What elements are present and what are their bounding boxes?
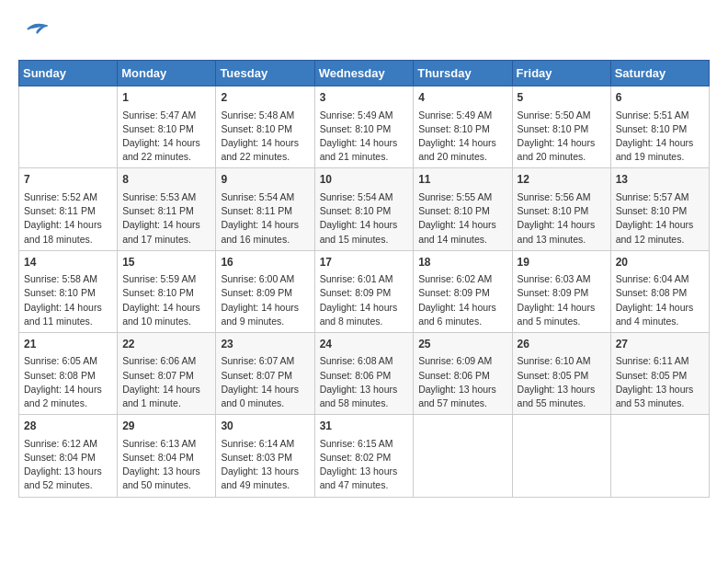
calendar-cell: 6Sunrise: 5:51 AM Sunset: 8:10 PM Daylig… <box>610 86 709 168</box>
day-info: Sunrise: 5:56 AM Sunset: 8:10 PM Dayligh… <box>518 190 606 247</box>
day-info: Sunrise: 6:14 AM Sunset: 8:03 PM Dayligh… <box>221 437 309 493</box>
page-header <box>18 18 710 51</box>
calendar-cell: 12Sunrise: 5:56 AM Sunset: 8:10 PM Dayli… <box>512 168 610 250</box>
day-number: 21 <box>24 337 112 352</box>
day-number: 25 <box>418 337 506 352</box>
calendar-cell: 13Sunrise: 5:57 AM Sunset: 8:10 PM Dayli… <box>610 168 709 250</box>
day-info: Sunrise: 5:51 AM Sunset: 8:10 PM Dayligh… <box>616 109 704 165</box>
calendar-cell: 30Sunrise: 6:14 AM Sunset: 8:03 PM Dayli… <box>216 415 314 497</box>
calendar-cell: 11Sunrise: 5:55 AM Sunset: 8:10 PM Dayli… <box>414 168 512 250</box>
day-info: Sunrise: 5:54 AM Sunset: 8:11 PM Dayligh… <box>221 190 309 247</box>
day-info: Sunrise: 5:59 AM Sunset: 8:10 PM Dayligh… <box>122 272 210 328</box>
day-header-thursday: Thursday <box>414 61 512 86</box>
week-row-1: 1Sunrise: 5:47 AM Sunset: 8:10 PM Daylig… <box>19 86 710 168</box>
calendar-cell: 25Sunrise: 6:09 AM Sunset: 8:06 PM Dayli… <box>414 332 512 414</box>
day-info: Sunrise: 5:58 AM Sunset: 8:10 PM Dayligh… <box>24 272 112 328</box>
calendar-cell: 20Sunrise: 6:04 AM Sunset: 8:08 PM Dayli… <box>610 250 709 332</box>
day-info: Sunrise: 6:06 AM Sunset: 8:07 PM Dayligh… <box>122 354 210 410</box>
day-number: 22 <box>122 337 210 352</box>
day-number: 16 <box>221 255 309 270</box>
day-header-tuesday: Tuesday <box>216 61 314 86</box>
day-info: Sunrise: 5:53 AM Sunset: 8:11 PM Dayligh… <box>122 190 210 247</box>
day-number: 15 <box>122 255 210 270</box>
logo-text <box>18 18 48 51</box>
day-info: Sunrise: 5:50 AM Sunset: 8:10 PM Dayligh… <box>518 109 606 165</box>
day-info: Sunrise: 6:01 AM Sunset: 8:09 PM Dayligh… <box>320 272 409 328</box>
calendar-cell: 23Sunrise: 6:07 AM Sunset: 8:07 PM Dayli… <box>216 332 314 414</box>
day-number: 27 <box>616 337 704 352</box>
calendar-cell <box>19 86 118 168</box>
logo <box>18 18 48 51</box>
calendar-cell: 26Sunrise: 6:10 AM Sunset: 8:05 PM Dayli… <box>512 332 610 414</box>
calendar-cell <box>512 415 610 497</box>
day-info: Sunrise: 6:05 AM Sunset: 8:08 PM Dayligh… <box>24 354 112 410</box>
day-number: 24 <box>320 337 409 352</box>
calendar-cell: 28Sunrise: 6:12 AM Sunset: 8:04 PM Dayli… <box>19 415 118 497</box>
calendar-cell: 17Sunrise: 6:01 AM Sunset: 8:09 PM Dayli… <box>314 250 414 332</box>
day-info: Sunrise: 5:55 AM Sunset: 8:10 PM Dayligh… <box>418 190 506 247</box>
calendar-cell: 14Sunrise: 5:58 AM Sunset: 8:10 PM Dayli… <box>19 250 118 332</box>
day-info: Sunrise: 6:07 AM Sunset: 8:07 PM Dayligh… <box>221 354 309 410</box>
calendar-table: SundayMondayTuesdayWednesdayThursdayFrid… <box>18 60 710 497</box>
calendar-cell: 19Sunrise: 6:03 AM Sunset: 8:09 PM Dayli… <box>512 250 610 332</box>
day-number: 9 <box>221 172 309 188</box>
logo-bird-icon <box>20 18 48 46</box>
day-info: Sunrise: 5:52 AM Sunset: 8:11 PM Dayligh… <box>24 190 112 247</box>
calendar-cell: 8Sunrise: 5:53 AM Sunset: 8:11 PM Daylig… <box>118 168 216 250</box>
day-info: Sunrise: 5:57 AM Sunset: 8:10 PM Dayligh… <box>616 190 704 247</box>
week-row-2: 7Sunrise: 5:52 AM Sunset: 8:11 PM Daylig… <box>19 168 710 250</box>
day-number: 28 <box>24 419 112 434</box>
calendar-cell: 3Sunrise: 5:49 AM Sunset: 8:10 PM Daylig… <box>314 86 414 168</box>
day-number: 5 <box>518 90 606 106</box>
day-info: Sunrise: 6:04 AM Sunset: 8:08 PM Dayligh… <box>616 272 704 328</box>
calendar-cell: 9Sunrise: 5:54 AM Sunset: 8:11 PM Daylig… <box>216 168 314 250</box>
day-header-friday: Friday <box>512 61 610 86</box>
day-info: Sunrise: 6:15 AM Sunset: 8:02 PM Dayligh… <box>320 437 409 493</box>
calendar-cell: 2Sunrise: 5:48 AM Sunset: 8:10 PM Daylig… <box>216 86 314 168</box>
day-number: 6 <box>616 90 704 106</box>
day-info: Sunrise: 6:13 AM Sunset: 8:04 PM Dayligh… <box>122 437 210 493</box>
day-info: Sunrise: 6:02 AM Sunset: 8:09 PM Dayligh… <box>418 272 506 328</box>
week-row-3: 14Sunrise: 5:58 AM Sunset: 8:10 PM Dayli… <box>19 250 710 332</box>
day-header-wednesday: Wednesday <box>314 61 414 86</box>
day-number: 29 <box>122 419 210 434</box>
day-info: Sunrise: 5:54 AM Sunset: 8:10 PM Dayligh… <box>320 190 409 247</box>
day-number: 12 <box>518 172 606 188</box>
day-number: 31 <box>320 419 409 434</box>
day-number: 14 <box>24 255 112 270</box>
day-number: 23 <box>221 337 309 352</box>
day-info: Sunrise: 6:09 AM Sunset: 8:06 PM Dayligh… <box>418 354 506 410</box>
day-info: Sunrise: 5:47 AM Sunset: 8:10 PM Dayligh… <box>122 109 210 165</box>
calendar-cell: 1Sunrise: 5:47 AM Sunset: 8:10 PM Daylig… <box>118 86 216 168</box>
days-header-row: SundayMondayTuesdayWednesdayThursdayFrid… <box>19 61 710 86</box>
day-number: 7 <box>24 172 112 188</box>
day-header-sunday: Sunday <box>19 61 118 86</box>
calendar-cell: 21Sunrise: 6:05 AM Sunset: 8:08 PM Dayli… <box>19 332 118 414</box>
day-number: 30 <box>221 419 309 434</box>
day-info: Sunrise: 5:49 AM Sunset: 8:10 PM Dayligh… <box>320 109 409 165</box>
calendar-cell: 24Sunrise: 6:08 AM Sunset: 8:06 PM Dayli… <box>314 332 414 414</box>
day-info: Sunrise: 6:08 AM Sunset: 8:06 PM Dayligh… <box>320 354 409 410</box>
day-header-saturday: Saturday <box>610 61 709 86</box>
day-number: 11 <box>418 172 506 188</box>
day-number: 4 <box>418 90 506 106</box>
day-info: Sunrise: 6:03 AM Sunset: 8:09 PM Dayligh… <box>518 272 606 328</box>
day-info: Sunrise: 6:00 AM Sunset: 8:09 PM Dayligh… <box>221 272 309 328</box>
calendar-cell: 7Sunrise: 5:52 AM Sunset: 8:11 PM Daylig… <box>19 168 118 250</box>
day-number: 8 <box>122 172 210 188</box>
day-number: 19 <box>518 255 606 270</box>
calendar-cell <box>610 415 709 497</box>
day-info: Sunrise: 6:10 AM Sunset: 8:05 PM Dayligh… <box>518 354 606 410</box>
day-info: Sunrise: 6:11 AM Sunset: 8:05 PM Dayligh… <box>616 354 704 410</box>
calendar-cell: 27Sunrise: 6:11 AM Sunset: 8:05 PM Dayli… <box>610 332 709 414</box>
day-number: 26 <box>518 337 606 352</box>
calendar-cell: 15Sunrise: 5:59 AM Sunset: 8:10 PM Dayli… <box>118 250 216 332</box>
day-info: Sunrise: 5:48 AM Sunset: 8:10 PM Dayligh… <box>221 109 309 165</box>
week-row-4: 21Sunrise: 6:05 AM Sunset: 8:08 PM Dayli… <box>19 332 710 414</box>
calendar-cell: 31Sunrise: 6:15 AM Sunset: 8:02 PM Dayli… <box>314 415 414 497</box>
calendar-cell: 16Sunrise: 6:00 AM Sunset: 8:09 PM Dayli… <box>216 250 314 332</box>
calendar-cell: 4Sunrise: 5:49 AM Sunset: 8:10 PM Daylig… <box>414 86 512 168</box>
day-header-monday: Monday <box>118 61 216 86</box>
calendar-cell: 5Sunrise: 5:50 AM Sunset: 8:10 PM Daylig… <box>512 86 610 168</box>
calendar-cell: 10Sunrise: 5:54 AM Sunset: 8:10 PM Dayli… <box>314 168 414 250</box>
